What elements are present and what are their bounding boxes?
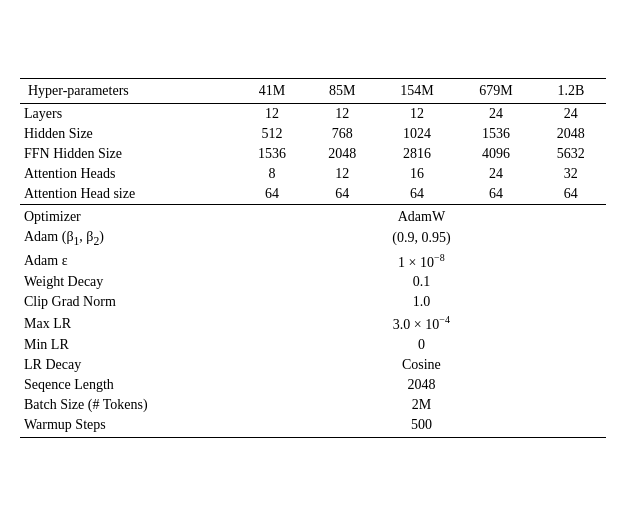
- cell-attnheads-12b: 32: [536, 164, 606, 184]
- table-row: Adam (β1, β2) (0.9, 0.95): [20, 227, 606, 250]
- cell-layers-41m: 12: [237, 103, 307, 124]
- cell-layers-12b: 24: [536, 103, 606, 124]
- cell-adam-betas: (0.9, 0.95): [237, 227, 606, 250]
- row-label-warmup-steps: Warmup Steps: [20, 415, 237, 438]
- row-label-adam-betas: Adam (β1, β2): [20, 227, 237, 250]
- table-container: Hyper-parameters 41M 85M 154M 679M 1.2B …: [20, 78, 606, 438]
- cell-attnheadsize-12b: 64: [536, 184, 606, 205]
- table-row: Seqence Length 2048: [20, 375, 606, 395]
- table-row: Batch Size (# Tokens) 2M: [20, 395, 606, 415]
- cell-min-lr: 0: [237, 335, 606, 355]
- table-row: Min LR 0: [20, 335, 606, 355]
- col-header-12b: 1.2B: [536, 78, 606, 103]
- col-header-41m: 41M: [237, 78, 307, 103]
- cell-batch-size: 2M: [237, 395, 606, 415]
- row-label-adam-eps: Adam ε: [20, 250, 237, 273]
- table-row: Layers 12 12 12 24 24: [20, 103, 606, 124]
- table-row: Adam ε 1 × 10−8: [20, 250, 606, 273]
- row-label-attn-head-size: Attention Head size: [20, 184, 237, 205]
- cell-hidden-154m: 1024: [377, 124, 456, 144]
- table-row: LR Decay Cosine: [20, 355, 606, 375]
- row-label-ffn-hidden: FFN Hidden Size: [20, 144, 237, 164]
- cell-ffn-85m: 2048: [307, 144, 377, 164]
- cell-seq-len: 2048: [237, 375, 606, 395]
- hyperparameters-table: Hyper-parameters 41M 85M 154M 679M 1.2B …: [20, 78, 606, 438]
- table-row: Weight Decay 0.1: [20, 272, 606, 292]
- cell-hidden-41m: 512: [237, 124, 307, 144]
- table-row: Max LR 3.0 × 10−4: [20, 312, 606, 335]
- row-label-clip-grad-norm: Clip Grad Norm: [20, 292, 237, 312]
- cell-attnheadsize-41m: 64: [237, 184, 307, 205]
- table-row: Warmup Steps 500: [20, 415, 606, 438]
- table-row: FFN Hidden Size 1536 2048 2816 4096 5632: [20, 144, 606, 164]
- table-row: Clip Grad Norm 1.0: [20, 292, 606, 312]
- row-label-lr-decay: LR Decay: [20, 355, 237, 375]
- cell-warmup-steps: 500: [237, 415, 606, 438]
- cell-hidden-679m: 1536: [457, 124, 536, 144]
- col-header-params: Hyper-parameters: [20, 78, 237, 103]
- cell-ffn-154m: 2816: [377, 144, 456, 164]
- cell-hidden-85m: 768: [307, 124, 377, 144]
- cell-layers-154m: 12: [377, 103, 456, 124]
- row-label-attn-heads: Attention Heads: [20, 164, 237, 184]
- header-row: Hyper-parameters 41M 85M 154M 679M 1.2B: [20, 78, 606, 103]
- cell-optimizer: AdamW: [237, 204, 606, 227]
- row-label-weight-decay: Weight Decay: [20, 272, 237, 292]
- table-row: Attention Heads 8 12 16 24 32: [20, 164, 606, 184]
- cell-clip-grad-norm: 1.0: [237, 292, 606, 312]
- cell-attnheadsize-85m: 64: [307, 184, 377, 205]
- row-label-seq-len: Seqence Length: [20, 375, 237, 395]
- row-label-hidden-size: Hidden Size: [20, 124, 237, 144]
- cell-attnheads-154m: 16: [377, 164, 456, 184]
- cell-ffn-41m: 1536: [237, 144, 307, 164]
- table-row: Hidden Size 512 768 1024 1536 2048: [20, 124, 606, 144]
- col-header-154m: 154M: [377, 78, 456, 103]
- cell-ffn-679m: 4096: [457, 144, 536, 164]
- col-header-679m: 679M: [457, 78, 536, 103]
- row-label-optimizer: Optimizer: [20, 204, 237, 227]
- col-header-85m: 85M: [307, 78, 377, 103]
- cell-ffn-12b: 5632: [536, 144, 606, 164]
- cell-hidden-12b: 2048: [536, 124, 606, 144]
- row-label-max-lr: Max LR: [20, 312, 237, 335]
- row-label-layers: Layers: [20, 103, 237, 124]
- table-row: Optimizer AdamW: [20, 204, 606, 227]
- cell-weight-decay: 0.1: [237, 272, 606, 292]
- cell-attnheads-679m: 24: [457, 164, 536, 184]
- row-label-min-lr: Min LR: [20, 335, 237, 355]
- cell-lr-decay: Cosine: [237, 355, 606, 375]
- cell-adam-eps: 1 × 10−8: [237, 250, 606, 273]
- cell-attnheads-41m: 8: [237, 164, 307, 184]
- cell-attnheads-85m: 12: [307, 164, 377, 184]
- cell-layers-85m: 12: [307, 103, 377, 124]
- row-label-batch-size: Batch Size (# Tokens): [20, 395, 237, 415]
- cell-layers-679m: 24: [457, 103, 536, 124]
- table-row: Attention Head size 64 64 64 64 64: [20, 184, 606, 205]
- cell-attnheadsize-679m: 64: [457, 184, 536, 205]
- cell-max-lr: 3.0 × 10−4: [237, 312, 606, 335]
- cell-attnheadsize-154m: 64: [377, 184, 456, 205]
